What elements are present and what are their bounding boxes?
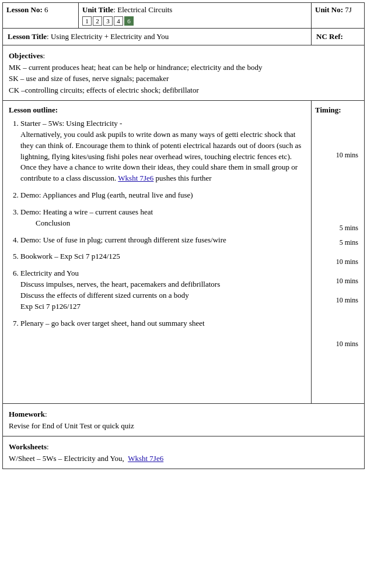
item-6-detail: Discuss impulses, nerves, the heart, pac… <box>20 280 220 311</box>
lesson-title-row: Lesson Title: Using Electricity + Electr… <box>3 29 364 45</box>
timing-spacer-1 <box>315 118 361 151</box>
objectives-section: Objectives: MK – current produces heat; … <box>3 45 364 101</box>
objectives-mk: MK – current produces heat; heat can be … <box>9 62 358 73</box>
unit-title-value: Electrical Circuits <box>117 5 172 14</box>
num-box-3[interactable]: 3 <box>103 16 113 26</box>
lesson-no-cell: Lesson No: 6 <box>3 3 79 28</box>
wksht-7je6-link-1[interactable]: Wksht 7Je6 <box>118 174 153 182</box>
outline-heading: Lesson outline: <box>9 105 305 115</box>
lesson-outline-section: Lesson outline: Starter – 5Ws: Using Ele… <box>3 101 312 403</box>
lesson-title-left: Lesson Title: Using Electricity + Electr… <box>3 29 312 45</box>
item-7-text: Plenary – go back over target sheet, han… <box>20 319 205 328</box>
timing-heading: Timing: <box>315 105 361 115</box>
timing-spacer-6 <box>315 286 361 296</box>
item-6-text: Electricity and You <box>20 269 79 277</box>
item-2-text: Demo: Appliances and Plug (earth, neutra… <box>20 191 193 199</box>
item-3-text: Demo: Heating a wire – current causes he… <box>20 207 153 216</box>
homework-section: Homework: Revise for End of Unit Test or… <box>3 404 364 436</box>
item-4-text: Demo: Use of fuse in plug; current throu… <box>20 235 226 244</box>
num-box-6[interactable]: 6 <box>124 16 134 26</box>
item-1-suffix: pushes this further <box>153 174 211 182</box>
item-1-text: Starter – 5Ws: Using Electricity - <box>20 119 122 128</box>
lesson-no-label: Lesson No: <box>6 5 43 14</box>
document-container: Lesson No: 6 Unit Title: Electrical Circ… <box>2 2 365 469</box>
nc-ref-label: NC Ref: <box>316 32 343 41</box>
timing-2: 5 mins <box>315 224 361 233</box>
timing-5: 10 mins <box>315 277 361 286</box>
list-item: Demo: Appliances and Plug (earth, neutra… <box>20 190 305 201</box>
timing-4: 10 mins <box>315 258 361 266</box>
timing-3: 5 mins <box>315 238 361 247</box>
timing-spacer-5 <box>315 266 361 277</box>
objectives-heading: Objectives <box>9 51 43 60</box>
list-item: Plenary – go back over target sheet, han… <box>20 318 305 329</box>
num-box-1[interactable]: 1 <box>82 16 92 26</box>
lesson-title-value: Using Electricity + Electricity and You <box>51 32 169 41</box>
objectives-ck: CK –controlling circuits; effects of ele… <box>9 84 358 96</box>
item-5-text: Bookwork – Exp Sci 7 p124/125 <box>20 252 120 260</box>
list-item: Starter – 5Ws: Using Electricity - Alter… <box>20 118 305 184</box>
list-item: Demo: Heating a wire – current causes he… <box>20 207 305 229</box>
unit-title-cell: Unit Title: Electrical Circuits 1 2 3 4 … <box>79 3 312 28</box>
timing-spacer-2 <box>315 160 361 224</box>
timing-column: Timing: 10 mins 5 mins 5 mins 10 mins 10… <box>312 101 364 403</box>
worksheets-text: W/Sheet – 5Ws – Electricity and You, <box>9 454 124 463</box>
timing-spacer-3 <box>315 233 361 238</box>
unit-no-label: Unit No: <box>315 5 343 14</box>
lesson-no-value: 6 <box>44 5 48 14</box>
main-content-row: Lesson outline: Starter – 5Ws: Using Ele… <box>3 101 364 404</box>
worksheets-section: Worksheets: W/Sheet – 5Ws – Electricity … <box>3 436 364 469</box>
num-box-2[interactable]: 2 <box>93 16 102 26</box>
worksheets-content: W/Sheet – 5Ws – Electricity and You, Wks… <box>9 453 358 464</box>
unit-title-label: Unit Title <box>82 5 113 14</box>
list-item: Bookwork – Exp Sci 7 p124/125 <box>20 251 305 262</box>
timing-spacer-4 <box>315 247 361 258</box>
header-row: Lesson No: 6 Unit Title: Electrical Circ… <box>3 3 364 29</box>
timing-6: 10 mins <box>315 296 361 305</box>
lesson-title-label: Lesson Title <box>8 32 47 41</box>
item-3-conclusion: Conclusion <box>20 219 70 227</box>
timing-entries: 10 mins 5 mins 5 mins 10 mins 10 mins 10… <box>315 118 361 411</box>
list-item: Demo: Use of fuse in plug; current throu… <box>20 235 305 246</box>
timing-1: 10 mins <box>315 151 361 160</box>
worksheets-heading: Worksheets <box>9 442 47 451</box>
timing-7: 10 mins <box>315 340 361 348</box>
num-box-4[interactable]: 4 <box>114 16 123 26</box>
unit-no-cell: Unit No: 7J <box>312 3 364 28</box>
lesson-outline-list: Starter – 5Ws: Using Electricity - Alter… <box>9 118 305 329</box>
homework-text: Revise for End of Unit Test or quick qui… <box>9 420 358 432</box>
list-item: Electricity and You Discuss impulses, ne… <box>20 268 305 312</box>
wksht-7je6-link-2[interactable]: Wksht 7Je6 <box>128 454 163 463</box>
homework-heading: Homework <box>9 410 45 418</box>
objectives-sk: SK – use and size of fuses, nerve signal… <box>9 73 358 84</box>
lesson-title-right: NC Ref: <box>312 29 364 45</box>
lesson-number-boxes: 1 2 3 4 6 <box>82 16 307 26</box>
timing-spacer-7 <box>315 305 361 340</box>
unit-no-value: 7J <box>345 5 352 14</box>
